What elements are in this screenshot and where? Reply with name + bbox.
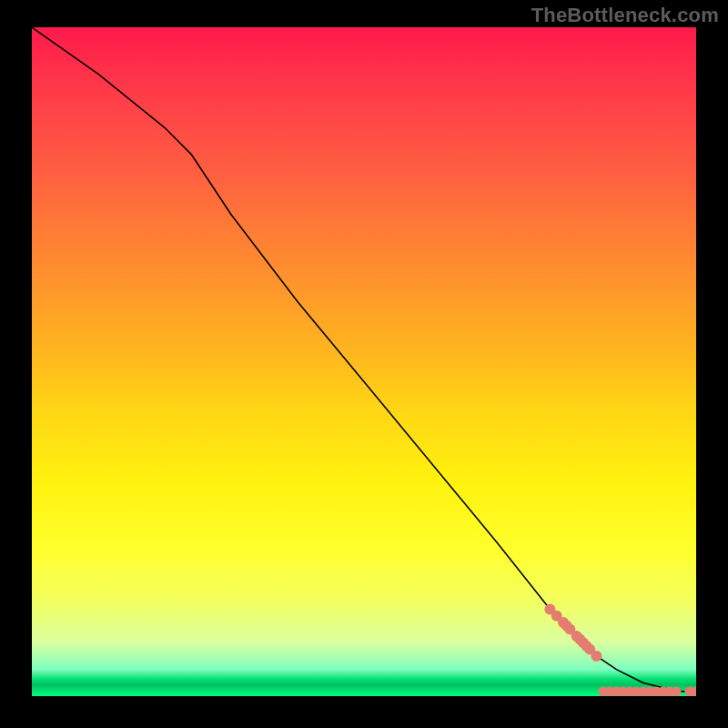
chart-frame: TheBottleneck.com — [0, 0, 728, 728]
data-point — [672, 686, 682, 696]
chart-overlay — [32, 27, 696, 696]
data-point — [592, 651, 602, 662]
scatter-upper — [544, 604, 602, 662]
curve-line — [32, 27, 696, 692]
attribution-label: TheBottleneck.com — [531, 4, 719, 27]
